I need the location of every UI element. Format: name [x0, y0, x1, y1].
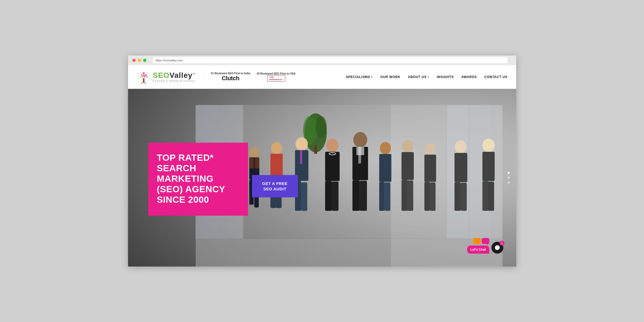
nav-about-us[interactable]: ABOUT US ▾: [408, 75, 429, 79]
chat-notification-badge: 1: [500, 241, 504, 246]
chat-pink-bubble: [482, 238, 489, 244]
hero-dot-3[interactable]: [508, 181, 510, 184]
svg-point-1: [140, 74, 142, 76]
svg-rect-41: [332, 181, 338, 211]
svg-point-21: [315, 116, 326, 138]
manifest-badge-label: #5 Reviewed SEO Firm in USA: [257, 72, 295, 75]
svg-point-23: [249, 147, 259, 158]
svg-point-49: [380, 142, 391, 155]
chat-bubble-group: Let's Chat: [467, 238, 489, 254]
svg-rect-51: [379, 182, 385, 211]
svg-point-9: [139, 73, 140, 74]
hero-section: TOP RATED* SEARCH MARKETING (SEO) AGENCY…: [128, 89, 516, 267]
svg-rect-40: [325, 181, 332, 211]
logo-name: SEOValley™: [153, 72, 196, 79]
browser-minimize-dot: [138, 59, 141, 62]
site-logo[interactable]: SEOValley™ Expand & Grow Business: [137, 70, 196, 84]
svg-rect-48: [356, 147, 364, 155]
browser-close-dot: [132, 59, 136, 62]
logo-valley: Valley: [170, 71, 192, 79]
svg-rect-52: [385, 183, 390, 211]
review-badges: #1 Reviewed SEO Firm in India Clutch #5 …: [204, 72, 295, 82]
cta-button-wrap: GET A FREE SEO AUDIT: [252, 175, 298, 197]
svg-point-11: [138, 79, 139, 79]
svg-point-38: [326, 139, 339, 152]
svg-point-2: [145, 74, 147, 76]
chat-widget: Let's Chat 1: [467, 238, 503, 254]
logo-tm: ™: [192, 72, 195, 75]
hero-dot-2[interactable]: [508, 177, 510, 179]
logo-seo: SEO: [153, 71, 170, 79]
about-chevron-icon: ▾: [428, 76, 429, 78]
logo-icon-group: SEOValley™ Expand & Grow Business: [137, 70, 196, 84]
browser-url-bar[interactable]: https://seovalley.com: [153, 57, 508, 63]
chat-orange-tail: [474, 243, 476, 245]
svg-rect-45: [352, 180, 360, 211]
svg-rect-28: [255, 157, 259, 168]
specialisms-chevron-icon: ▾: [371, 76, 373, 78]
svg-rect-27: [249, 157, 254, 168]
clutch-logo: Clutch: [222, 75, 239, 82]
nav-our-work[interactable]: OUR WORK: [380, 75, 400, 79]
clutch-badge-label: #1 Reviewed SEO Firm in India: [211, 72, 250, 75]
nav-insights[interactable]: INSIGHTS: [437, 75, 454, 79]
free-seo-audit-button[interactable]: GET A FREE SEO AUDIT: [252, 175, 298, 197]
svg-rect-39: [325, 152, 340, 181]
site-header: SEOValley™ Expand & Grow Business #1 Rev…: [128, 65, 516, 89]
chat-open-button[interactable]: 1: [491, 242, 503, 254]
svg-rect-50: [379, 154, 391, 182]
hero-dot-1[interactable]: [508, 172, 510, 174]
main-nav: SPECIALISMS ▾ OUR WORK ABOUT US ▾ INSIGH…: [346, 75, 508, 79]
svg-point-33: [295, 137, 308, 151]
browser-bar: https://seovalley.com: [128, 55, 516, 65]
logo-tagline: Expand & Grow Business: [153, 80, 196, 82]
svg-rect-22: [314, 145, 317, 154]
logo-tree-icon: [137, 70, 151, 84]
svg-rect-46: [360, 181, 367, 211]
chat-pink-tail: [486, 243, 488, 245]
svg-point-4: [146, 76, 148, 78]
chat-icon: [494, 245, 500, 251]
header-left: SEOValley™ Expand & Grow Business #1 Rev…: [137, 70, 296, 84]
nav-awards[interactable]: AWARDS: [461, 75, 477, 79]
chat-orange-bubble: [473, 238, 481, 244]
nav-specialisms[interactable]: SPECIALISMS ▾: [346, 75, 373, 79]
svg-point-43: [353, 132, 367, 148]
browser-window: https://seovalley.com: [128, 55, 516, 267]
browser-maximize-dot: [143, 59, 146, 62]
svg-rect-37: [300, 150, 302, 164]
nav-contact-us[interactable]: CONTACT US: [484, 75, 508, 79]
manifest-logo: THE MANIFEST: [267, 75, 285, 82]
svg-point-7: [143, 74, 144, 76]
hero-title: TOP RATED* SEARCH MARKETING (SEO) AGENCY…: [157, 152, 239, 205]
logo-text: SEOValley™ Expand & Grow Business: [153, 72, 196, 82]
svg-point-29: [271, 142, 282, 155]
lets-chat-label: Let's Chat: [467, 246, 489, 254]
svg-point-0: [143, 72, 145, 74]
chat-icons: [473, 238, 489, 244]
clutch-badge: #1 Reviewed SEO Firm in India Clutch: [211, 72, 250, 82]
svg-point-10: [147, 72, 148, 73]
manifest-badge: #5 Reviewed SEO Firm in USA THE MANIFEST: [257, 72, 295, 82]
svg-rect-8: [143, 78, 144, 82]
hero-title-box: TOP RATED* SEARCH MARKETING (SEO) AGENCY…: [148, 143, 248, 216]
svg-rect-36: [301, 183, 307, 211]
hero-slider-dots: [508, 172, 510, 184]
svg-point-3: [140, 76, 141, 78]
